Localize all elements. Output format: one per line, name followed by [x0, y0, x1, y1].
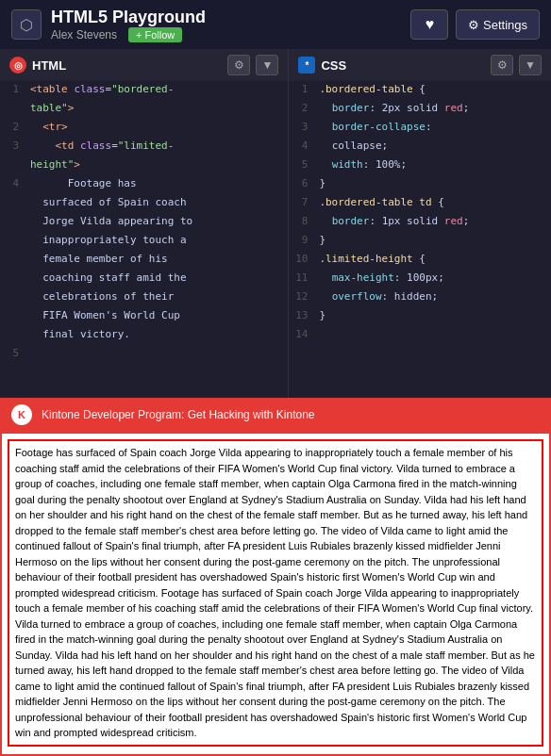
- code-line: celebrations of their: [0, 288, 288, 307]
- header: ⬡ HTML5 Playground Alex Stevens + Follow…: [0, 0, 551, 49]
- code-line: 3 border-collapse:: [289, 119, 551, 138]
- editor-area: ◎ HTML ⚙ ▼ 1 <table class="bordered- tab…: [0, 49, 551, 398]
- html-panel-controls: ⚙ ▼: [227, 55, 278, 75]
- css-chevron-button[interactable]: ▼: [519, 55, 542, 75]
- css-panel-title: CSS: [321, 58, 346, 73]
- code-line: 2 <tr>: [0, 119, 288, 138]
- html-panel-title: HTML: [32, 58, 66, 73]
- follow-button[interactable]: + Follow: [128, 27, 182, 42]
- code-line: 5: [0, 345, 288, 364]
- header-right: ♥ ⚙ Settings: [410, 9, 540, 40]
- code-line: coaching staff amid the: [0, 270, 288, 288]
- css-panel-header: * CSS ⚙ ▼: [289, 49, 551, 81]
- code-line: table">: [0, 100, 288, 119]
- kintone-icon: K: [11, 404, 32, 425]
- table-row: Footage has surfaced of Spain coach Jorg…: [8, 440, 543, 746]
- code-line: 2 border: 2px solid red;: [289, 100, 551, 119]
- code-line: Jorge Vilda appearing to: [0, 213, 288, 232]
- css-gear-button[interactable]: ⚙: [491, 55, 513, 75]
- code-line: 9 }: [289, 232, 551, 251]
- html-code-editor[interactable]: 1 <table class="bordered- table"> 2 <tr>…: [0, 81, 288, 398]
- code-line: 5 width: 100%;: [289, 156, 551, 175]
- css-panel: * CSS ⚙ ▼ 1 .bordered-table { 2 border: …: [289, 49, 551, 398]
- html-gear-button[interactable]: ⚙: [227, 55, 250, 75]
- code-line: 3 <td class="limited-: [0, 138, 288, 156]
- code-line: 6 }: [289, 175, 551, 194]
- css-title-group: * CSS: [298, 57, 346, 74]
- html-panel: ◎ HTML ⚙ ▼ 1 <table class="bordered- tab…: [0, 49, 288, 398]
- code-line: 14: [289, 326, 551, 345]
- html-badge: ◎: [9, 57, 26, 74]
- html-title-group: ◎ HTML: [9, 57, 66, 74]
- code-line: 1 .bordered-table {: [289, 81, 551, 100]
- logo-icon: ⬡: [20, 16, 33, 34]
- logo-box: ⬡: [11, 9, 42, 40]
- code-line: 11 max-height: 100px;: [289, 270, 551, 288]
- html-chevron-button[interactable]: ▼: [256, 55, 278, 75]
- code-line: 1 <table class="bordered-: [0, 81, 288, 100]
- css-code-editor[interactable]: 1 .bordered-table { 2 border: 2px solid …: [289, 81, 551, 398]
- code-line: FIFA Women's World Cup: [0, 307, 288, 326]
- table-cell: Footage has surfaced of Spain coach Jorg…: [8, 440, 543, 746]
- css-badge: *: [298, 57, 315, 74]
- code-line: 12 overflow: hidden;: [289, 288, 551, 307]
- code-line: height">: [0, 156, 288, 175]
- kintone-banner-text: Kintone Developer Program: Get Hacking w…: [42, 408, 314, 421]
- html-panel-header: ◎ HTML ⚙ ▼: [0, 49, 288, 81]
- settings-button[interactable]: ⚙ Settings: [456, 9, 540, 40]
- code-line: surfaced of Spain coach: [0, 194, 288, 213]
- preview-text: Footage has surfaced of Spain coach Jorg…: [15, 445, 536, 741]
- header-title-group: HTML5 Playground Alex Stevens + Follow: [51, 8, 206, 42]
- app-title: HTML5 Playground: [51, 8, 206, 27]
- code-line: 7 .bordered-table td {: [289, 194, 551, 213]
- code-line: 8 border: 1px solid red;: [289, 213, 551, 232]
- code-line: 10 .limited-height {: [289, 251, 551, 270]
- author-name: Alex Stevens: [51, 28, 117, 41]
- code-line: final victory.: [0, 326, 288, 345]
- header-left: ⬡ HTML5 Playground Alex Stevens + Follow: [11, 8, 206, 42]
- code-line: inappropriately touch a: [0, 232, 288, 251]
- css-panel-controls: ⚙ ▼: [491, 55, 542, 75]
- preview-area[interactable]: Footage has surfaced of Spain coach Jorg…: [0, 432, 551, 756]
- code-line: 13 }: [289, 307, 551, 326]
- code-line: 4 collapse;: [289, 138, 551, 156]
- preview-table: Footage has surfaced of Spain coach Jorg…: [8, 439, 543, 747]
- kintone-banner[interactable]: K Kintone Developer Program: Get Hacking…: [0, 398, 551, 432]
- heart-button[interactable]: ♥: [410, 9, 448, 40]
- code-line: female member of his: [0, 251, 288, 270]
- code-line: 4 Footage has: [0, 175, 288, 194]
